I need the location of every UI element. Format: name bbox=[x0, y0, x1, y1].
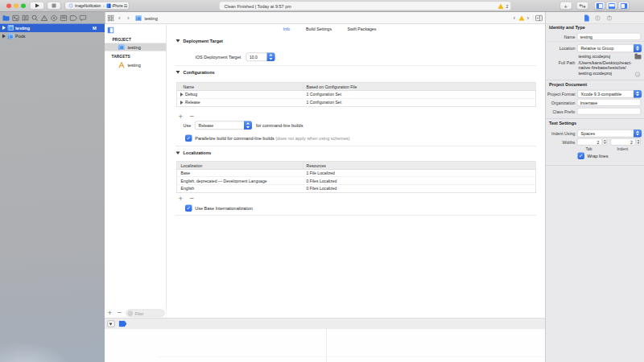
test-navigator-icon[interactable] bbox=[51, 15, 58, 22]
ios-deployment-target-label: iOS Deployment Target bbox=[196, 55, 242, 60]
history-inspector-tab-icon[interactable]: i bbox=[595, 16, 600, 21]
reveal-arrow-icon[interactable]: → bbox=[635, 72, 640, 77]
organization-field[interactable]: Invertase bbox=[577, 99, 641, 106]
section-disclosure-icon[interactable] bbox=[176, 152, 180, 155]
project-list-divider[interactable] bbox=[167, 24, 167, 319]
disclosure-triangle-icon[interactable] bbox=[180, 93, 184, 97]
warning-count[interactable]: 2 bbox=[506, 4, 509, 8]
zoom-window-button[interactable] bbox=[21, 3, 26, 8]
section-separator bbox=[175, 146, 536, 147]
table-row-english[interactable]: English 0 Files Localized bbox=[177, 185, 536, 193]
find-navigator-icon[interactable] bbox=[31, 15, 39, 22]
tab-width-field[interactable]: 2 bbox=[577, 138, 602, 146]
navigator-item-testing[interactable]: testing M bbox=[0, 24, 105, 32]
configuration-file: 1 Configuration Set bbox=[307, 93, 342, 97]
back-button[interactable]: ‹ bbox=[118, 14, 121, 21]
parallelize-checkbox[interactable]: ✓ bbox=[185, 135, 192, 142]
jump-bar-file[interactable]: testing bbox=[145, 16, 158, 21]
tab-swift-packages[interactable]: Swift Packages bbox=[348, 27, 377, 31]
filter-field[interactable]: ◎ Filter bbox=[126, 310, 165, 318]
tab-width-stepper[interactable] bbox=[603, 138, 607, 146]
column-header-resources[interactable]: Resources bbox=[307, 163, 326, 167]
quick-help-inspector-tab-icon[interactable]: ? bbox=[607, 16, 612, 21]
disclosure-triangle-icon[interactable] bbox=[180, 101, 184, 105]
warning-icon[interactable] bbox=[498, 3, 504, 9]
code-review-button[interactable] bbox=[576, 2, 588, 10]
column-header-file[interactable]: Based on Configuration File bbox=[307, 84, 357, 88]
project-navigator-icon[interactable] bbox=[2, 15, 10, 22]
stop-button[interactable] bbox=[47, 2, 61, 10]
remove-localization-button[interactable]: − bbox=[190, 195, 195, 203]
project-list-item-testing[interactable]: testing bbox=[105, 43, 167, 51]
location-dropdown[interactable]: Relative to Group bbox=[577, 44, 642, 52]
forward-button[interactable]: › bbox=[127, 14, 130, 21]
document-section-title: Project Document bbox=[549, 83, 587, 88]
project-format-label: Project Format bbox=[546, 92, 576, 96]
plus-icon: + bbox=[564, 3, 568, 10]
folder-icon[interactable] bbox=[635, 55, 642, 60]
section-disclosure-icon[interactable] bbox=[176, 71, 180, 74]
add-editor-icon[interactable] bbox=[535, 15, 543, 22]
library-button[interactable]: + bbox=[560, 2, 572, 10]
target-list-item-testing[interactable]: testing bbox=[105, 61, 167, 69]
run-button[interactable] bbox=[30, 2, 44, 10]
disclosure-triangle-icon[interactable] bbox=[2, 26, 6, 30]
wrap-lines-label: Wrap lines bbox=[588, 154, 609, 158]
related-items-icon[interactable] bbox=[108, 15, 114, 22]
indent-width-stepper[interactable] bbox=[637, 138, 641, 146]
scheme-selector[interactable]: i ImageNotification › iPhone 11 bbox=[65, 2, 130, 10]
breakpoints-toggle-button[interactable] bbox=[119, 321, 127, 327]
report-navigator-icon[interactable] bbox=[79, 15, 86, 22]
hide-debug-area-button[interactable] bbox=[108, 321, 115, 327]
navigator-item-pods[interactable]: Pods bbox=[0, 32, 105, 40]
name-field[interactable]: testing bbox=[577, 33, 641, 40]
project-list-item-label: testing bbox=[128, 45, 141, 50]
issue-navigator-icon[interactable] bbox=[41, 15, 48, 22]
add-configuration-button[interactable]: + bbox=[179, 113, 184, 121]
minimize-window-button[interactable] bbox=[14, 3, 19, 8]
table-row-base[interactable]: Base 1 File Localized bbox=[177, 170, 536, 178]
tab-info[interactable]: Info bbox=[283, 27, 291, 31]
toggle-navigator-button[interactable] bbox=[594, 2, 605, 10]
column-divider[interactable] bbox=[303, 162, 304, 169]
indent-width-field[interactable]: 2 bbox=[611, 138, 636, 146]
add-localization-button[interactable]: + bbox=[179, 195, 184, 203]
debug-area-divider[interactable] bbox=[326, 329, 327, 362]
previous-issue-button[interactable]: ‹ bbox=[514, 14, 516, 21]
project-list-header: PROJECT bbox=[113, 38, 131, 42]
disclosure-triangle-icon[interactable] bbox=[2, 34, 6, 38]
table-row-english-deprecated[interactable]: English, deprecated — Development Langua… bbox=[177, 177, 536, 185]
indent-using-dropdown[interactable]: Spaces bbox=[577, 130, 642, 138]
tab-build-settings[interactable]: Build Settings bbox=[306, 27, 332, 31]
column-divider[interactable] bbox=[303, 83, 304, 90]
breakpoint-navigator-icon[interactable] bbox=[69, 15, 77, 21]
debug-navigator-icon[interactable] bbox=[60, 15, 67, 22]
close-window-button[interactable] bbox=[6, 3, 11, 8]
table-row-debug[interactable]: Debug 1 Configuration Set bbox=[177, 91, 536, 99]
column-header-name[interactable]: Name bbox=[184, 84, 195, 88]
jump-bar-divider bbox=[533, 15, 534, 22]
toggle-inspector-button[interactable] bbox=[618, 2, 630, 10]
table-row-release[interactable]: Release 1 Configuration Set bbox=[177, 98, 536, 106]
ios-deployment-target-dropdown[interactable]: 10.0 bbox=[246, 53, 275, 62]
column-header-localization[interactable]: Localization bbox=[181, 163, 203, 167]
symbol-navigator-icon[interactable] bbox=[22, 15, 29, 22]
command-line-configuration-dropdown[interactable]: Release bbox=[195, 121, 252, 130]
remove-target-button[interactable]: − bbox=[118, 309, 122, 317]
section-disclosure-icon[interactable] bbox=[176, 39, 180, 43]
configuration-file: 1 Configuration Set bbox=[307, 101, 342, 105]
base-internationalization-checkbox[interactable]: ✓ bbox=[185, 205, 192, 212]
toggle-project-list-icon[interactable] bbox=[108, 27, 114, 34]
project-format-dropdown[interactable]: Xcode 9.3-compatible bbox=[577, 90, 642, 98]
toggle-debug-area-button[interactable] bbox=[606, 2, 617, 10]
wrap-lines-checkbox[interactable]: ✓ bbox=[578, 153, 585, 160]
file-inspector-tab-icon[interactable] bbox=[584, 14, 590, 22]
navigator-item-label: testing bbox=[15, 26, 30, 31]
play-icon bbox=[35, 4, 39, 8]
source-control-navigator-icon[interactable] bbox=[12, 15, 19, 22]
add-target-button[interactable]: + bbox=[108, 309, 113, 317]
class-prefix-field[interactable] bbox=[577, 108, 641, 115]
remove-configuration-button[interactable]: − bbox=[190, 113, 195, 121]
next-issue-button[interactable]: › bbox=[527, 14, 530, 21]
navigator-bar bbox=[0, 12, 105, 24]
